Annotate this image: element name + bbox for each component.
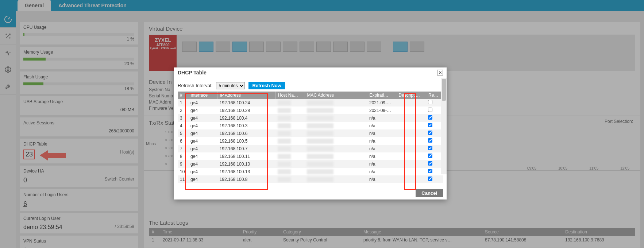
- dhcp-row[interactable]: 8ge4192.168.100.11xxxxxxxx:xx:xx:xx:xxn/…: [178, 152, 443, 160]
- reserve-checkbox[interactable]: [428, 115, 432, 120]
- port-p1[interactable]: [182, 42, 197, 52]
- port-p9[interactable]: [316, 42, 331, 52]
- col-mac[interactable]: MAC Address: [305, 92, 367, 99]
- reserve-checkbox[interactable]: [428, 123, 432, 127]
- page: General Advanced Threat Protection CPU U…: [0, 0, 644, 248]
- port-p10[interactable]: [333, 42, 348, 52]
- dhcp-row[interactable]: 11ge4192.168.100.8xxxxxxxx:xx:xx:xx:xxn/…: [178, 175, 443, 183]
- dialog-title: DHCP Table: [178, 70, 207, 75]
- reserve-checkbox[interactable]: [428, 177, 432, 181]
- card-memory[interactable]: Memory Usage 20 %: [20, 47, 138, 69]
- dhcp-title: DHCP Table: [23, 142, 134, 147]
- dhcp-row[interactable]: 6ge4192.168.100.5xxxxxxxx:xx:xx:xx:xxn/a: [178, 137, 443, 145]
- dialog-footer: Cancel: [174, 187, 447, 199]
- card-dhcp[interactable]: DHCP Table 23 Host(s): [20, 139, 138, 163]
- settings-icon[interactable]: [0, 61, 16, 78]
- card-usb[interactable]: USB Storage Usage 0/0 MB: [20, 96, 138, 115]
- annotation-arrow: [40, 150, 66, 160]
- reserve-checkbox[interactable]: [428, 100, 432, 104]
- cell-interface: ge4: [188, 145, 217, 152]
- log-col-message[interactable]: Message: [360, 228, 482, 236]
- port-p12[interactable]: [367, 42, 381, 52]
- maintenance-icon[interactable]: [0, 78, 16, 95]
- port-p7[interactable]: [283, 42, 297, 52]
- log-col-category[interactable]: Category: [280, 228, 360, 236]
- dhcp-row[interactable]: 7ge4192.168.100.7xxxxxxxx:xx:xx:xx:xxn/a: [178, 145, 443, 152]
- wizard-icon[interactable]: [0, 28, 16, 44]
- cpu-bar: [23, 33, 134, 36]
- flash-bar: [23, 82, 134, 85]
- dhcp-row[interactable]: 2ge4192.168.100.28xxxxxxxx:xx:xx:xx:xx20…: [178, 106, 443, 114]
- card-current-user[interactable]: Current Login User demo 23:59:54 / 23:59…: [20, 213, 138, 233]
- card-login-users[interactable]: Number of Login Users 6: [20, 189, 138, 211]
- col-expiration[interactable]: Expirati…: [367, 92, 396, 99]
- reserve-checkbox[interactable]: [428, 169, 432, 173]
- refresh-interval-select[interactable]: 5 minutes: [216, 82, 245, 89]
- col-ip[interactable]: IP Address: [217, 92, 276, 99]
- port-p8[interactable]: [300, 42, 314, 52]
- cell-host: xxxxxx: [275, 145, 305, 152]
- dhcp-row[interactable]: 9ge4192.168.100.10xxxxxxxx:xx:xx:xx:xxn/…: [178, 160, 443, 168]
- cell-host: xxxxxx: [275, 129, 305, 137]
- reserve-checkbox[interactable]: [428, 108, 432, 112]
- port-p6[interactable]: [266, 42, 281, 52]
- device-ports: [182, 42, 628, 67]
- port-p4[interactable]: [232, 42, 247, 52]
- port-p14[interactable]: [410, 42, 424, 52]
- mem-bar: [23, 58, 134, 61]
- tab-atp[interactable]: Advanced Threat Protection: [51, 0, 134, 11]
- svg-point-0: [6, 34, 7, 35]
- cell-mac: xx:xx:xx:xx:xx: [305, 152, 367, 160]
- curuser-title: Current Login User: [23, 216, 134, 221]
- port-p5[interactable]: [249, 42, 264, 52]
- card-flash[interactable]: Flash Usage 18 %: [20, 71, 138, 94]
- dhcp-row[interactable]: 1ge4192.168.100.24xxxxxxxx:xx:xx:xx:xx20…: [178, 99, 443, 106]
- port-p2[interactable]: [199, 42, 213, 52]
- log-col-dest[interactable]: Destination: [562, 228, 635, 236]
- reserve-checkbox[interactable]: [428, 138, 432, 143]
- cancel-button[interactable]: Cancel: [416, 189, 443, 197]
- monitor-icon[interactable]: [0, 44, 16, 61]
- port-p13[interactable]: [393, 42, 408, 52]
- cell-ip: 192.168.100.3: [217, 122, 276, 129]
- ha-value: 0: [23, 177, 27, 184]
- reserve-checkbox[interactable]: [428, 161, 432, 166]
- close-icon[interactable]: ✕: [437, 70, 443, 75]
- col-n[interactable]: #: [178, 92, 188, 99]
- dialog-scrollbar[interactable]: [441, 78, 447, 174]
- reserve-checkbox[interactable]: [428, 154, 432, 158]
- reserve-checkbox[interactable]: [428, 131, 432, 135]
- log-col-n[interactable]: #: [149, 228, 160, 236]
- col-reserve[interactable]: Re…: [426, 92, 443, 99]
- port-p3[interactable]: [216, 42, 230, 52]
- col-description[interactable]: Descripti…: [396, 92, 426, 99]
- card-cpu[interactable]: CPU Usage 1 %: [20, 22, 138, 44]
- dhcp-row[interactable]: 4ge4192.168.100.3xxxxxxxx:xx:xx:xx:xxn/a: [178, 122, 443, 129]
- dhcp-row[interactable]: 10ge4192.168.100.13xxxxxxxx:xx:xx:xx:xxn…: [178, 168, 443, 175]
- cell-mac: xx:xx:xx:xx:xx: [305, 114, 367, 122]
- cell-desc: [396, 137, 426, 145]
- scrollbar-thumb[interactable]: [442, 79, 446, 101]
- log-col-time[interactable]: Time: [160, 228, 240, 236]
- log-col-source[interactable]: Source: [482, 228, 562, 236]
- dashboard-icon[interactable]: [0, 11, 16, 28]
- cell-interface: ge4: [188, 137, 217, 145]
- dhcp-row[interactable]: 5ge4192.168.100.6xxxxxxxx:xx:xx:xx:xxn/a: [178, 129, 443, 137]
- log-row[interactable]: 1 2021-09-17 11:38:33 alert Security Pol…: [149, 236, 635, 244]
- vpn-title: VPN Status: [23, 239, 134, 244]
- cell-reserve: [426, 99, 443, 106]
- reserve-checkbox[interactable]: [428, 146, 432, 150]
- cell-n: 2: [178, 106, 188, 114]
- refresh-now-button[interactable]: Refresh Now: [248, 82, 285, 89]
- card-ha[interactable]: Device HA 0 Switch Counter: [20, 166, 138, 187]
- col-interface[interactable]: Interface: [188, 92, 217, 99]
- log-col-priority[interactable]: Priority: [240, 228, 280, 236]
- col-host[interactable]: Host Na…: [275, 92, 305, 99]
- cell-host: xxxxxx: [275, 114, 305, 122]
- port-p11[interactable]: [350, 42, 365, 52]
- dhcp-row[interactable]: 3ge4192.168.100.4xxxxxxxx:xx:xx:xx:xxn/a: [178, 114, 443, 122]
- cell-host: xxxxxx: [275, 160, 305, 168]
- tab-general[interactable]: General: [18, 0, 51, 11]
- card-vpn[interactable]: VPN Status 1: [20, 236, 138, 248]
- card-sessions[interactable]: Active Sessions 265/2000000: [20, 117, 138, 136]
